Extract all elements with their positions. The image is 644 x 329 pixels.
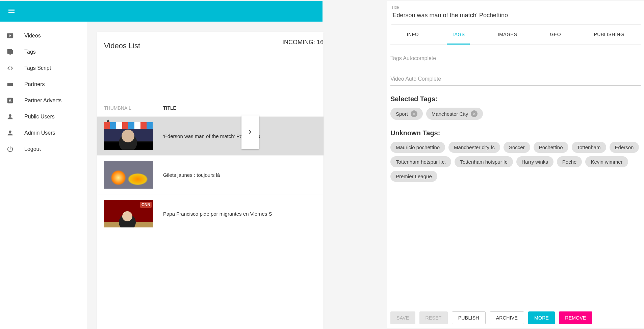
- partners-icon: [6, 80, 14, 88]
- videos-list-panel: Videos List INCOMING: 16 THUMBNAIL TITLE…: [97, 32, 324, 329]
- tab-geo[interactable]: GEO: [545, 25, 566, 45]
- page-title: Videos List: [104, 42, 140, 50]
- reset-button[interactable]: RESET: [419, 311, 448, 324]
- title-label: Title: [391, 5, 641, 10]
- tag-chip[interactable]: Premier League: [390, 171, 437, 182]
- tag-chip[interactable]: Harry winks: [516, 156, 553, 167]
- tab-info[interactable]: INFO: [402, 25, 423, 45]
- tag-chip[interactable]: Tottenham hotspur f.c.: [390, 156, 451, 167]
- sidebar-item-partner-adverts[interactable]: A Partner Adverts: [0, 92, 87, 109]
- chevron-right-icon: [247, 128, 254, 137]
- svg-text:A: A: [8, 98, 11, 103]
- row-title: Gilets jaunes : toujours là: [163, 172, 220, 178]
- chip-label: Pochettino: [539, 144, 563, 150]
- thumbnail: [104, 200, 153, 227]
- sidebar-item-label: Partners: [24, 81, 45, 87]
- detail-drawer: Title 'Ederson was man of the match' Poc…: [387, 1, 644, 328]
- table-row[interactable]: Papa Francisco pide por migrantes en Vie…: [97, 194, 324, 233]
- selected-tags-heading: Selected Tags:: [390, 95, 641, 103]
- chip-label: Soccer: [509, 144, 525, 150]
- unknown-tags-list: Mauricio pochettinoManchester city fcSoc…: [390, 142, 641, 182]
- chip-label: Harry winks: [522, 159, 548, 165]
- sidebar-item-label: Public Users: [24, 114, 55, 120]
- tag-chip[interactable]: Poche: [557, 156, 582, 167]
- chip-label: Tottenham: [577, 144, 601, 150]
- svg-rect-0: [7, 83, 13, 86]
- tabs: INFO TAGS IMAGES GEO PUBLISHING: [390, 25, 641, 45]
- sidebar-item-partners[interactable]: Partners: [0, 76, 87, 92]
- column-thumbnail[interactable]: THUMBNAIL: [104, 105, 163, 111]
- chip-label: Mauricio pochettino: [396, 144, 440, 150]
- remove-tag-icon[interactable]: [471, 110, 478, 117]
- sidebar-item-tags-script[interactable]: Tags Script: [0, 60, 87, 76]
- sidebar-item-logout[interactable]: Logout: [0, 141, 87, 157]
- chip-label: Manchester city fc: [454, 144, 495, 150]
- code-icon: [6, 64, 14, 72]
- sidebar-item-label: Videos: [24, 33, 41, 39]
- title-value[interactable]: 'Ederson was man of the match' Pochettin…: [391, 10, 641, 25]
- sidebar-item-label: Partner Adverts: [24, 98, 61, 104]
- chip-label: Tottenham hotspur fc: [460, 159, 507, 165]
- tag-chip[interactable]: Tottenham hotspur fc: [455, 156, 513, 167]
- sidebar: Videos Tags Tags Script Partners A P: [0, 22, 87, 329]
- tab-tags[interactable]: TAGS: [447, 25, 469, 45]
- chip-label: Poche: [562, 159, 577, 165]
- action-bar: SAVE RESET PUBLISH ARCHIVE MORE REMOVE: [390, 311, 641, 324]
- tag-chip[interactable]: Mauricio pochettino: [390, 142, 445, 153]
- topbar: [0, 1, 323, 22]
- chip-label: Sport: [396, 111, 408, 117]
- row-title: Papa Francisco pide por migrantes en Vie…: [163, 211, 272, 217]
- tag-chip[interactable]: Ederson: [610, 142, 639, 153]
- sidebar-item-public-users[interactable]: Public Users: [0, 109, 87, 125]
- user-icon: [6, 113, 14, 121]
- sidebar-item-label: Logout: [24, 146, 41, 152]
- more-button[interactable]: MORE: [528, 311, 555, 324]
- video-icon: [6, 32, 14, 40]
- remove-button[interactable]: REMOVE: [559, 311, 592, 324]
- incoming-counter: INCOMING: 16: [282, 39, 324, 46]
- chip-label: Premier League: [396, 173, 432, 179]
- thumbnail: [104, 122, 153, 150]
- archive-button[interactable]: ARCHIVE: [490, 311, 524, 324]
- tag-chip[interactable]: Manchester city fc: [448, 142, 500, 153]
- remove-tag-icon[interactable]: [411, 110, 417, 117]
- tab-publishing[interactable]: PUBLISHING: [589, 25, 629, 45]
- selected-tags-list: SportManchester City: [390, 108, 641, 120]
- sidebar-item-label: Tags Script: [24, 65, 51, 71]
- tag-chip[interactable]: Pochettino: [534, 142, 568, 153]
- tag-chip[interactable]: Manchester City: [426, 108, 483, 120]
- sidebar-item-label: Admin Users: [24, 130, 55, 136]
- tags-autocomplete-input[interactable]: [390, 52, 641, 65]
- chip-label: Manchester City: [432, 111, 468, 117]
- table-header: THUMBNAIL TITLE: [97, 100, 324, 116]
- tab-images[interactable]: IMAGES: [493, 25, 522, 45]
- sidebar-item-label: Tags: [24, 49, 36, 55]
- publish-button[interactable]: PUBLISH: [452, 311, 486, 324]
- tag-chip[interactable]: Soccer: [504, 142, 530, 153]
- thumbnail: [104, 161, 153, 189]
- unknown-tags-heading: Unknown Tags:: [390, 129, 641, 137]
- table-row[interactable]: 'Ederson was man of the match' Pochettin…: [97, 116, 324, 155]
- sidebar-item-admin-users[interactable]: Admin Users: [0, 125, 87, 141]
- tag-icon: [6, 48, 14, 56]
- chip-label: Kevin wimmer: [591, 159, 622, 165]
- video-autocomplete-input[interactable]: [390, 73, 641, 86]
- column-title[interactable]: TITLE: [163, 105, 176, 111]
- tag-chip[interactable]: Tottenham: [572, 142, 606, 153]
- adverts-icon: A: [6, 97, 14, 105]
- chip-label: Ederson: [615, 144, 634, 150]
- user-icon: [6, 129, 14, 137]
- tag-chip[interactable]: Sport: [390, 108, 423, 120]
- save-button[interactable]: SAVE: [390, 311, 415, 324]
- tag-chip[interactable]: Kevin wimmer: [585, 156, 628, 167]
- menu-icon[interactable]: [7, 7, 16, 16]
- sidebar-item-videos[interactable]: Videos: [0, 28, 87, 44]
- drawer-toggle[interactable]: [241, 115, 259, 149]
- sidebar-item-tags[interactable]: Tags: [0, 44, 87, 60]
- chip-label: Tottenham hotspur f.c.: [396, 159, 446, 165]
- power-icon: [6, 145, 14, 153]
- table-row[interactable]: Gilets jaunes : toujours là: [97, 155, 324, 194]
